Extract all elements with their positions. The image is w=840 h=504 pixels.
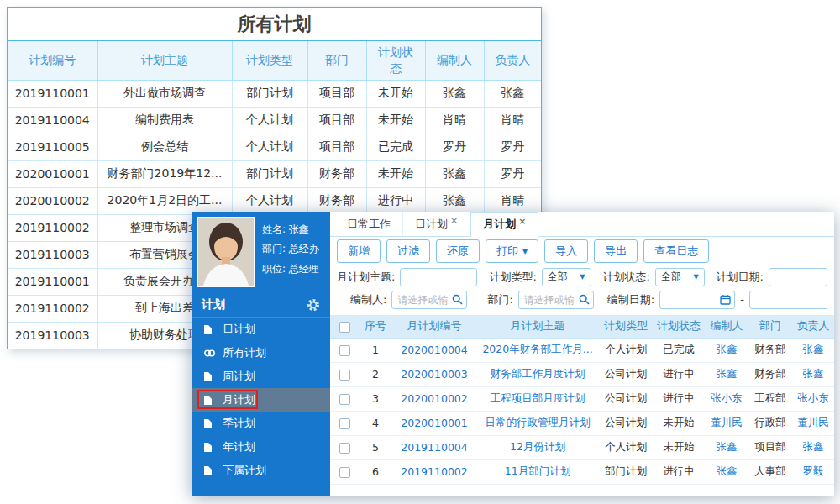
plan-status: 进行中 [653,459,705,484]
plan-subject-link[interactable]: 2020年财务部工作月... [476,338,599,362]
plan-code-link[interactable]: 2020010001 [392,411,476,435]
subject-filter-input[interactable] [400,268,477,286]
creator-link[interactable]: 张鑫 [705,362,748,386]
owner-link[interactable]: 罗毅 [792,459,834,484]
grid-area: 序号月计划编号月计划主题计划类型计划状态编制人部门负责人 12020010004… [330,315,834,496]
chevron-down-icon: ▼ [522,248,528,255]
table-cell: 部门计划 [232,160,307,187]
plan-subject-link[interactable]: 工程项目部月度计划 [476,386,599,411]
plan-status: 已完成 [653,338,705,362]
tab-daily-work[interactable]: 日常工作 [335,212,403,236]
sidebar-item-year-plan[interactable]: 年计划 [192,435,330,459]
plan-code-link[interactable]: 2019110004 [392,435,476,459]
sidebar-item-month-plan[interactable]: 月计划 [192,388,330,412]
owner-link[interactable]: 张小东 [792,386,834,411]
checkbox-cell [330,386,359,411]
column-header: 计划状态 [366,41,425,80]
month-plan-table: 序号月计划编号月计划主题计划类型计划状态编制人部门负责人 12020010004… [330,315,834,485]
row-checkbox[interactable] [339,345,350,356]
doc-icon [203,324,217,335]
table-cell: 未开始 [366,80,425,107]
subject-filter-label: 月计划主题: [337,270,395,285]
table-cell: 项目部 [307,134,366,160]
plan-code-link[interactable]: 2020010002 [392,386,476,411]
table-cell: 肖晴 [484,187,541,214]
type-filter-value: 全部 [548,270,568,284]
close-icon[interactable]: × [450,215,458,226]
plan-code-link[interactable]: 2020010004 [392,338,476,362]
add-button[interactable]: 新增 [337,239,381,263]
sidebar-item-quarter-plan[interactable]: 季计划 [192,412,330,435]
plan-code-link[interactable]: 2019110002 [392,459,476,484]
column-header: 负责人 [484,41,541,80]
tab-month-plan[interactable]: 月计划× [470,212,538,237]
plan-subject-link[interactable]: 12月份计划 [476,435,599,459]
plan-status: 进行中 [653,362,705,386]
select-all-checkbox[interactable] [339,322,350,333]
main-content: 日常工作日计划×月计划× 新增过滤还原打印▼导入导出查看日志 月计划主题: 计划… [330,212,834,496]
owner-link[interactable]: 张鑫 [792,362,834,386]
dept-filter-input[interactable] [518,291,594,309]
tab-daily-plan[interactable]: 日计划× [403,212,470,236]
table-cell: 罗丹 [484,134,541,160]
row-number: 3 [359,386,392,411]
department-cell: 行政部 [748,411,792,435]
row-number: 5 [359,435,392,459]
plan-status: 未开始 [653,411,705,435]
sidebar-item-subordinate-plan[interactable]: 下属计划 [192,459,330,482]
print-button[interactable]: 打印▼ [486,239,538,263]
sidebar-menu: 日计划所有计划周计划月计划季计划年计划下属计划 [192,318,330,482]
creator-link[interactable]: 张小东 [705,386,748,411]
button-label: 导入 [555,244,577,259]
row-number: 4 [359,411,392,435]
button-label: 查看日志 [654,244,698,259]
row-number: 1 [359,338,392,362]
owner-link[interactable]: 张鑫 [792,338,834,362]
dept-filter-label: 部门: [487,292,512,307]
plan-code-link[interactable]: 2020010003 [392,362,476,386]
status-filter-select[interactable]: 全部 ▼ [655,268,705,286]
table-cell: 2019110005 [8,134,97,160]
creator-link[interactable]: 张鑫 [705,459,748,484]
plan-date-filter-input[interactable] [769,268,827,286]
view-log-button[interactable]: 查看日志 [643,239,709,263]
type-filter-select[interactable]: 全部 ▼ [542,268,591,286]
sidebar-item-daily-plan[interactable]: 日计划 [192,318,330,341]
plan-type: 公司计划 [599,386,653,411]
column-header: 月计划主题 [476,315,599,338]
plan-subject-link[interactable]: 11月部门计划 [476,459,599,484]
creator-link[interactable]: 张鑫 [705,435,748,459]
filter-button[interactable]: 过滤 [386,239,430,263]
column-header: 序号 [359,315,392,338]
sidebar-item-all-plans[interactable]: 所有计划 [192,341,330,365]
table-cell: 项目部 [307,80,366,107]
row-checkbox[interactable] [339,394,350,405]
creator-filter-field [391,291,467,309]
creator-link[interactable]: 张鑫 [705,338,748,362]
profile-department: 部门: 总经办 [262,239,319,259]
owner-link[interactable]: 张鑫 [792,435,834,459]
row-checkbox[interactable] [339,443,350,454]
owner-link[interactable]: 董川民 [792,411,834,435]
checkbox-cell [330,435,359,459]
tab-label: 日常工作 [347,217,391,232]
row-checkbox[interactable] [339,418,350,429]
sidebar-item-week-plan[interactable]: 周计划 [192,365,330,388]
plan-subject-link[interactable]: 日常的行政管理月计划 [476,411,599,435]
import-button[interactable]: 导入 [544,239,588,263]
creator-link[interactable]: 董川民 [705,411,748,435]
row-checkbox[interactable] [339,370,350,381]
export-button[interactable]: 导出 [594,239,638,263]
creator-filter-input[interactable] [391,291,467,309]
create-date-end-input[interactable] [749,291,827,309]
department-cell: 人事部 [748,459,792,484]
plan-type: 部门计划 [599,459,653,484]
row-checkbox[interactable] [339,467,350,478]
plan-subject-link[interactable]: 财务部工作月度计划 [476,362,599,386]
gear-icon[interactable] [307,298,320,312]
sidebar-section-title: 计划 [202,297,225,312]
create-date-start-input[interactable] [659,291,735,309]
close-icon[interactable]: × [518,216,526,227]
column-header: 计划类型 [232,41,307,80]
restore-button[interactable]: 还原 [436,239,480,263]
